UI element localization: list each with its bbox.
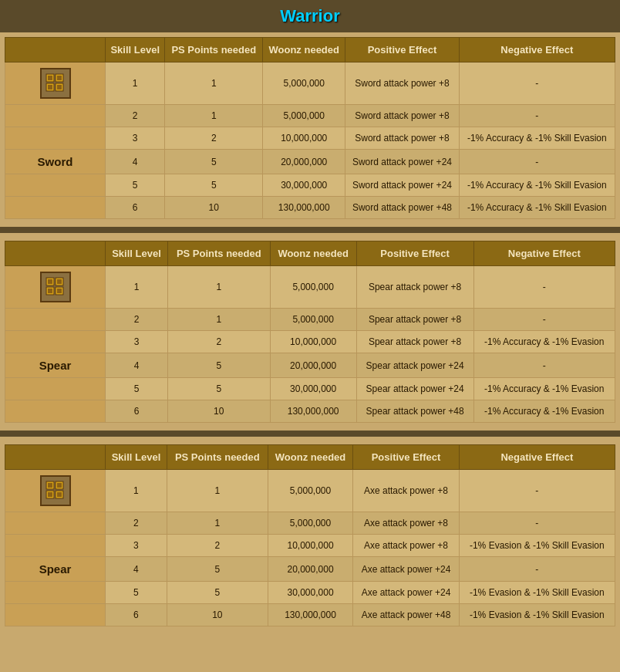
negative-effect: - [459,470,615,512]
cell: 10,000,000 [270,331,356,353]
cell: 1 [106,62,165,105]
weapon-icon [40,475,71,506]
cell: 2 [165,127,263,150]
weapon-icon [40,68,71,99]
svg-rect-6 [48,85,52,89]
skill-table-1: Skill LevelPS Points neededWoonz neededP… [5,241,615,423]
column-header: Positive Effect [345,38,459,62]
section-1: Skill LevelPS Points neededWoonz neededP… [0,236,620,427]
cell: 1 [168,309,271,331]
table-row: 610130,000,000Spear attack power +48-1% … [5,400,615,423]
cell: 5 [106,378,168,400]
cell: 1 [106,266,168,309]
negative-effect: -1% Accuracy & -1% Evasion [473,400,615,423]
cell: 5,000,000 [263,62,345,105]
page-title: Warrior [0,0,620,32]
cell: 2 [106,309,168,331]
table-row: 3210,000,000Axe attack power +8-1% Evasi… [5,535,615,557]
positive-effect: Sword attack power +8 [345,105,459,127]
table-row: 115,000,000Spear attack power +8- [5,266,615,309]
skill-table-0: Skill LevelPS Points neededWoonz neededP… [5,37,615,219]
cell: 2 [106,105,165,127]
cell: 3 [106,331,168,353]
cell: 4 [106,557,167,582]
cell: 10,000,000 [263,127,345,150]
cell: 130,000,000 [270,400,356,423]
svg-rect-5 [57,76,62,80]
column-header: Negative Effect [459,445,615,470]
cell: 10,000,000 [268,535,353,557]
table-row: 5530,000,000Spear attack power +24-1% Ac… [5,378,615,400]
cell: 30,000,000 [268,582,353,604]
table-row: 115,000,000Axe attack power +8- [5,470,615,512]
column-header: Woonz needed [263,38,345,62]
column-header: Skill Level [106,38,165,62]
table-row: 610130,000,000Axe attack power +48-1% Ev… [5,604,615,626]
column-header: Positive Effect [356,241,473,266]
cell: 5 [106,582,167,604]
cell: 10 [165,197,263,219]
weapon-label: Sword [38,155,73,168]
table-row: Spear4520,000,000Spear attack power +24- [5,353,615,378]
cell: 5 [106,174,165,197]
cell: 2 [167,535,268,557]
svg-rect-20 [48,483,52,488]
cell: 10 [168,400,271,423]
table-row: 215,000,000Sword attack power +8- [5,105,615,127]
cell: 5 [168,378,271,400]
table-row: 215,000,000Spear attack power +8- [5,309,615,331]
column-header: Positive Effect [353,445,459,470]
table-row: 215,000,000Axe attack power +8- [5,512,615,535]
cell: 4 [106,353,168,378]
cell: 2 [168,331,271,353]
negative-effect: -1% Accuracy & -1% Skill Evasion [459,197,615,219]
cell: 1 [106,470,167,512]
weapon-label: Spear [39,562,72,576]
negative-effect: -1% Evasion & -1% Skill Evasion [459,604,615,626]
cell: 20,000,000 [268,557,353,582]
cell: 5 [165,150,263,174]
svg-rect-23 [57,492,62,497]
cell: 5 [165,174,263,197]
table-row: 115,000,000Sword attack power +8- [5,62,615,105]
cell: 130,000,000 [263,197,345,219]
table-row: Spear4520,000,000Axe attack power +24- [5,557,615,582]
cell: 6 [106,197,165,219]
positive-effect: Axe attack power +8 [353,512,459,535]
cell: 5 [167,557,268,582]
negative-effect: -1% Evasion & -1% Skill Evasion [459,582,615,604]
cell: 2 [106,512,167,535]
column-header: Negative Effect [473,241,615,266]
cell: 5,000,000 [268,512,353,535]
positive-effect: Sword attack power +24 [345,174,459,197]
cell: 10 [167,604,268,626]
section-2: Skill LevelPS Points neededWoonz neededP… [0,440,620,631]
table-row: Sword4520,000,000Sword attack power +24- [5,150,615,174]
cell: 1 [165,105,263,127]
positive-effect: Spear attack power +24 [356,353,473,378]
cell: 5 [167,582,268,604]
table-row: 610130,000,000Sword attack power +48-1% … [5,197,615,219]
cell: 5 [168,353,271,378]
negative-effect: -1% Evasion & -1% Skill Evasion [459,535,615,557]
cell: 30,000,000 [270,378,356,400]
negative-effect: -1% Accuracy & -1% Skill Evasion [459,174,615,197]
negative-effect: -1% Accuracy & -1% Skill Evasion [459,127,615,150]
column-header: Woonz needed [268,445,353,470]
svg-rect-14 [48,289,52,293]
negative-effect: - [459,512,615,535]
cell: 130,000,000 [268,604,353,626]
positive-effect: Sword attack power +8 [345,62,459,105]
svg-rect-21 [57,483,62,488]
cell: 1 [167,470,268,512]
positive-effect: Sword attack power +48 [345,197,459,219]
negative-effect: - [473,266,615,309]
negative-effect: -1% Accuracy & -1% Evasion [473,331,615,353]
cell: 5,000,000 [268,470,353,512]
positive-effect: Spear attack power +48 [356,400,473,423]
column-header: PS Points needed [165,38,263,62]
cell: 4 [106,150,165,174]
svg-rect-13 [57,279,62,284]
svg-rect-4 [48,76,52,80]
cell: 20,000,000 [263,150,345,174]
